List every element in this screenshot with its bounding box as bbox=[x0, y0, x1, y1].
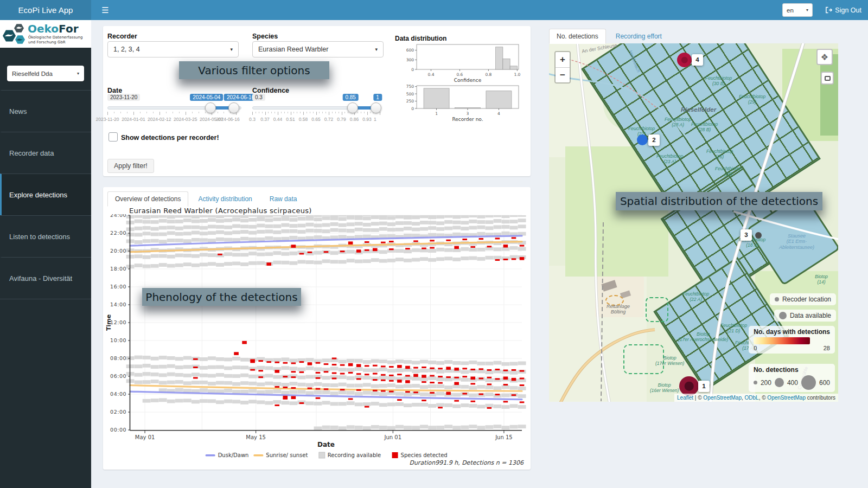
slider-handle-to[interactable] bbox=[228, 102, 239, 113]
svg-text:0: 0 bbox=[411, 106, 414, 111]
recorder-location-dot bbox=[775, 297, 779, 301]
chart-tab-raw-data[interactable]: Raw data bbox=[262, 191, 305, 207]
species-select[interactable]: Eurasian Reed Warbler ▾ bbox=[252, 41, 384, 57]
chevron-down-icon: ▾ bbox=[375, 47, 378, 52]
slider-to-label: 1 bbox=[373, 94, 382, 101]
map-tab-recording-effort[interactable]: Recording effort bbox=[608, 29, 669, 44]
sidebar-item-explore-detections[interactable]: Explore detections bbox=[0, 174, 91, 215]
recorder-select-value: 1, 2, 3, 4 bbox=[113, 46, 140, 53]
logo-sub2: und Forschung GbR bbox=[28, 40, 66, 44]
recorder-location-label: Recoder location bbox=[782, 296, 831, 303]
attribution-link[interactable]: Leaflet bbox=[677, 395, 693, 401]
svg-text:OekoFor: OekoFor bbox=[28, 22, 79, 35]
map-extent-button[interactable] bbox=[821, 72, 834, 85]
zoom-out-button[interactable]: − bbox=[556, 67, 570, 82]
svg-text:06:00: 06:00 bbox=[110, 373, 126, 379]
days-min-label: 0 bbox=[754, 345, 757, 351]
map-label: Biotop (17er Auerochsenweide) bbox=[678, 332, 728, 343]
map-label: Stausee (E1 Ems- Ableiterstausee) bbox=[779, 233, 814, 250]
map-marker-label-2[interactable]: 2 bbox=[648, 134, 660, 146]
map-label: Feuchtbiotop (25) bbox=[715, 166, 742, 177]
svg-text:12:00: 12:00 bbox=[110, 319, 126, 325]
chevron-down-icon: ▾ bbox=[77, 71, 79, 76]
sidebar-item-recorder-data[interactable]: Recorder data bbox=[0, 132, 91, 174]
count-label: 200 bbox=[761, 379, 771, 387]
legend-data-available: Data available bbox=[774, 310, 836, 322]
attribution-link[interactable]: OpenStreetMap bbox=[767, 395, 806, 401]
layers-button[interactable]: ❖ bbox=[816, 49, 833, 65]
hamburger-icon[interactable]: ☰ bbox=[95, 0, 115, 20]
slider-handle-from[interactable] bbox=[205, 102, 216, 113]
count-label: 400 bbox=[787, 379, 798, 387]
language-select[interactable]: en ▾ bbox=[782, 3, 813, 17]
slider-from-label: 0.85 bbox=[342, 94, 358, 101]
svg-text:300: 300 bbox=[406, 57, 414, 62]
map-marker-3[interactable] bbox=[755, 232, 762, 239]
sign-out-label: Sign Out bbox=[835, 7, 861, 14]
chart-title: Eurasian Reed Warbler (Acrocephalus scir… bbox=[129, 207, 312, 215]
counts-legend-row: 200400600 bbox=[754, 375, 830, 390]
chevron-down-icon: ▾ bbox=[806, 8, 808, 12]
map-label: Biotop (14) bbox=[815, 274, 828, 285]
attribution-text: , © bbox=[759, 395, 768, 401]
svg-text:0.4: 0.4 bbox=[428, 72, 435, 77]
confidence-range-slider[interactable]: 0.30.8510.30.370.440.510.580.650.720.790… bbox=[252, 91, 380, 126]
count-circle-200 bbox=[754, 381, 757, 384]
svg-text:Recording available: Recording available bbox=[328, 452, 381, 458]
sidebar-item-avifauna-diversit-t[interactable]: Avifauna - Diversität bbox=[0, 257, 91, 299]
map-marker-1[interactable] bbox=[679, 376, 699, 396]
oekofor-logo-graphic: OekoFor Ökologische Datenerfassung und F… bbox=[0, 20, 91, 48]
map-label: Biotop (16er Wiesen) bbox=[650, 383, 679, 394]
map-marker-4[interactable] bbox=[677, 53, 692, 67]
count-label: 600 bbox=[819, 379, 830, 387]
zoom-in-button[interactable]: + bbox=[556, 52, 570, 67]
map-marker-label-3[interactable]: 3 bbox=[741, 229, 752, 241]
chart-tab-activity-distribution[interactable]: Activity distribution bbox=[190, 191, 259, 207]
detections-panel: Overview of detectionsActivity distribut… bbox=[103, 187, 531, 470]
svg-text:Sunrise/ sunset: Sunrise/ sunset bbox=[266, 452, 308, 458]
svg-text:1: 1 bbox=[435, 111, 438, 116]
map-label: Feuchtbiotop (30 B) bbox=[705, 76, 732, 87]
slider-grid: 0.30.370.440.510.580.650.720.790.860.931 bbox=[252, 112, 380, 126]
svg-text:1.0: 1.0 bbox=[514, 72, 520, 77]
map-marker-label-4[interactable]: 4 bbox=[692, 54, 703, 66]
sign-out-button[interactable]: Sign Out bbox=[822, 0, 865, 20]
svg-text:0.6: 0.6 bbox=[456, 72, 463, 77]
svg-text:Dusk/Dawn: Dusk/Dawn bbox=[218, 452, 249, 458]
slider-handle-from[interactable] bbox=[347, 102, 358, 113]
annotation-phenology: Phenology of the detections bbox=[142, 288, 301, 306]
apply-filter-button[interactable]: Apply filter! bbox=[107, 159, 154, 173]
phenology-chart: 00:0002:0004:0006:0008:0010:0012:0014:00… bbox=[103, 214, 531, 469]
map-marker-2[interactable] bbox=[637, 134, 648, 145]
recorder-select[interactable]: 1, 2, 3, 4 ▾ bbox=[107, 41, 239, 57]
recorder-histogram: 0250500750134Recorder no. bbox=[400, 85, 524, 124]
svg-text:Species detected: Species detected bbox=[401, 452, 448, 458]
map-label: Reitanlage Bölting bbox=[607, 304, 630, 315]
map-marker-label-1[interactable]: 1 bbox=[698, 381, 710, 392]
data-available-dot bbox=[779, 312, 787, 319]
svg-text:0.8: 0.8 bbox=[485, 72, 492, 77]
count-circle-600 bbox=[801, 375, 816, 390]
marker-core bbox=[685, 382, 694, 391]
svg-text:May 01: May 01 bbox=[135, 434, 155, 440]
chart-tab-overview-of-detections[interactable]: Overview of detections bbox=[107, 191, 188, 207]
svg-text:500: 500 bbox=[406, 92, 414, 97]
site-selector[interactable]: Rieselfeld Dda ▾ bbox=[7, 66, 84, 81]
attribution-link[interactable]: ODbL bbox=[745, 395, 759, 401]
map-zoom-control: + − bbox=[554, 51, 571, 84]
map-canvas[interactable]: An der SchleuseHeidebachRieselfelderFeuc… bbox=[549, 43, 838, 402]
svg-text:Confidence: Confidence bbox=[454, 78, 482, 83]
per-recorder-checkbox[interactable] bbox=[108, 132, 118, 142]
attribution-link[interactable]: OpenStreetMap bbox=[703, 395, 742, 401]
slider-handle-to[interactable] bbox=[371, 102, 381, 113]
language-value: en bbox=[787, 7, 794, 14]
site-selector-value: Rieselfeld Dda bbox=[12, 70, 53, 77]
date-range-slider[interactable]: 2023-11-202024-05-042024-06-162023-11-20… bbox=[107, 91, 241, 126]
logo-sub1: Ökologische Datenerfassung bbox=[28, 35, 82, 40]
svg-text:3: 3 bbox=[467, 111, 469, 116]
map-tab-no-detections[interactable]: No. detections bbox=[549, 29, 606, 44]
sidebar-item-news[interactable]: News bbox=[0, 90, 91, 132]
sidebar-item-listen-to-detections[interactable]: Listen to detections bbox=[0, 215, 91, 257]
annotation-filter-options: Various filter options bbox=[179, 61, 329, 79]
count-circle-400 bbox=[775, 378, 784, 387]
